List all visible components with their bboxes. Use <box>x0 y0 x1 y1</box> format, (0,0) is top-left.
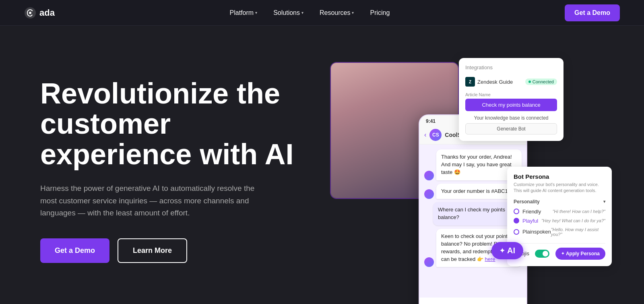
integrations-card: Integrations Z Zendesk Guide Connected A… <box>459 58 564 141</box>
emojis-toggle[interactable] <box>535 250 549 258</box>
persona-playful[interactable]: Playful "Hey hey! What can I do for ya?" <box>514 216 605 225</box>
persona-friendly[interactable]: Friendly "Hi there! How can I help?" <box>514 207 605 216</box>
connected-badge: Connected <box>525 79 557 85</box>
nav-platform[interactable]: Platform ▾ <box>223 6 264 20</box>
zendesk-integration: Z Zendesk Guide <box>465 77 513 87</box>
personality-section: Personality ▾ <box>514 199 605 205</box>
personality-chevron-icon: ▾ <box>603 199 605 204</box>
generate-bot-button[interactable]: Generate Bot <box>465 123 557 134</box>
phone-back-button[interactable]: ‹ <box>424 131 426 139</box>
hero-learn-more-button[interactable]: Learn More <box>118 238 187 263</box>
hero-section: Revolutionize the customer experience wi… <box>0 26 644 304</box>
ai-badge: ✦ AI <box>491 242 523 259</box>
hero-right: 📞 SMS 9:41 ▪▪▪ ⌾ ▬ ‹ CS CoolShop 📞 📹 <box>330 50 612 292</box>
apply-persona-button[interactable]: Apply Persona <box>555 248 605 260</box>
article-name-label: Article Name <box>465 92 557 97</box>
knowledge-text: Your knowledge base is connected <box>465 115 557 121</box>
bot-avatar-1 <box>424 171 434 180</box>
persona-card-desc: Customize your bot's personality and voi… <box>514 182 605 194</box>
connected-dot <box>528 81 531 83</box>
zendesk-icon: Z <box>465 77 475 87</box>
solutions-chevron-icon: ▾ <box>301 10 303 15</box>
hero-get-demo-button[interactable]: Get a Demo <box>40 238 109 263</box>
check-balance-button[interactable]: Check my points balance <box>465 99 557 111</box>
integration-row: Z Zendesk Guide Connected <box>465 74 557 89</box>
friendly-radio[interactable] <box>514 209 519 214</box>
plainspoken-radio[interactable] <box>514 229 519 235</box>
persona-plainspoken[interactable]: Plainspoken "Hello. How may I assist you… <box>514 225 605 238</box>
bot-avatar-2 <box>424 189 434 199</box>
logo[interactable]: ada <box>24 7 55 19</box>
persona-card-title: Bot Persona <box>514 173 605 180</box>
hero-left: Revolutionize the customer experience wi… <box>40 79 314 263</box>
nav-pricing[interactable]: Pricing <box>363 6 396 20</box>
persona-footer: Emojis Apply Persona <box>514 243 605 260</box>
nav-solutions[interactable]: Solutions ▾ <box>267 6 310 20</box>
bot-avatar: CS <box>429 129 442 141</box>
bot-avatar-3 <box>424 257 434 267</box>
zendesk-label: Zendesk Guide <box>477 79 513 85</box>
hero-buttons: Get a Demo Learn More <box>40 238 314 263</box>
nav-resources[interactable]: Resources ▾ <box>313 6 360 20</box>
nav-links: Platform ▾ Solutions ▾ Resources ▾ Prici… <box>223 6 396 20</box>
hero-subtitle: Harness the power of generative AI to au… <box>40 182 266 219</box>
integrations-card-title: Integrations <box>465 64 557 70</box>
navbar: ada Platform ▾ Solutions ▾ Resources ▾ P… <box>0 0 644 26</box>
logo-text: ada <box>39 8 55 18</box>
nav-get-demo-button[interactable]: Get a Demo <box>565 4 620 21</box>
playful-radio[interactable] <box>514 218 519 223</box>
resources-chevron-icon: ▾ <box>352 10 354 15</box>
hero-title: Revolutionize the customer experience wi… <box>40 79 314 170</box>
platform-chevron-icon: ▾ <box>255 10 257 15</box>
ai-star-icon: ✦ <box>500 247 505 254</box>
